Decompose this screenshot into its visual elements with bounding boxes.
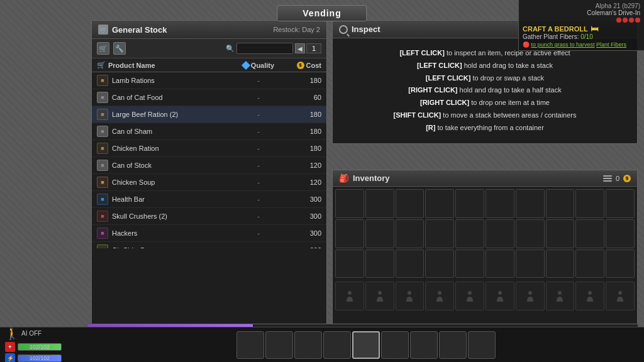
equipment-slot[interactable] [546,282,575,310]
inventory-slot[interactable] [425,219,454,248]
item-cost: 300 [284,246,321,248]
person-silhouette-icon [375,290,384,302]
item-row[interactable]: ■ Chicken Soup - 120 [92,174,326,191]
panel-toolbar: 🛒 🔧 🔍 ◀ 1 [92,39,326,58]
inventory-slot[interactable] [396,189,425,218]
item-row[interactable]: ■ Chicken Ration - 180 [92,140,326,157]
cost-coin-icon: $ [297,62,304,69]
item-row[interactable]: ■ Hackers - 300 [92,225,326,242]
hotbar-slot[interactable] [236,331,264,359]
hotbar-slot[interactable] [265,331,293,359]
inventory-slot[interactable] [606,219,635,248]
bottom-hotbar [88,331,644,359]
equipment-slot[interactable] [365,282,394,310]
svg-point-3 [438,291,441,295]
hotbar-slot[interactable] [381,331,409,359]
svg-point-9 [618,291,622,295]
item-quality: - [233,94,284,101]
equipment-slot[interactable] [425,282,454,310]
hotbar-slot[interactable] [468,331,496,359]
person-svg-icon [586,290,594,302]
hotbar-slot[interactable] [410,331,438,359]
inventory-slot[interactable] [486,219,514,248]
person-silhouette-icon [435,290,444,302]
inventory-slot[interactable] [335,219,364,248]
equipment-slot[interactable] [486,282,514,310]
sort-icon[interactable] [603,174,612,183]
person-silhouette-icon [465,290,474,302]
cart-toolbar-icon[interactable]: 🛒 [97,42,109,55]
general-stock-header: 🛒 General Stock Restock: Day 2 [92,21,326,39]
item-icon: ■ [97,126,108,137]
equipment-slot[interactable] [396,282,425,310]
item-row[interactable]: ■ Can of Stock - 120 [92,157,326,174]
qty-decrease-button[interactable]: ◀ [295,43,305,53]
col-cost: $ Cost [284,62,321,69]
item-row[interactable]: ■ Health Bar - 300 [92,191,326,208]
inventory-slot[interactable] [455,219,484,248]
equipment-slot[interactable] [455,282,484,310]
inventory-slot[interactable] [455,189,484,218]
hotbar-slot[interactable] [323,331,351,359]
inventory-slot[interactable] [425,250,454,278]
search-input[interactable] [236,43,293,54]
inventory-slot[interactable] [516,250,545,278]
item-row[interactable]: ■ Skull Crushers (2) - 300 [92,208,326,225]
inventory-slot[interactable] [365,250,394,278]
item-quality: - [233,77,284,84]
inventory-slot[interactable] [606,189,635,218]
craft-title: CRAFT A BEDROLL 🛏 [523,25,640,33]
top-right-hud: Alpha 21 (b297) Coleman's Drive-In CRAFT… [518,0,644,51]
item-quality: - [233,246,284,248]
inventory-slot[interactable] [575,219,604,248]
equipment-slot[interactable] [575,282,604,310]
equipment-slot[interactable] [335,282,364,310]
item-row[interactable]: ■ Large Beef Ration (2) - 180 [92,106,326,123]
equipment-slot[interactable] [516,282,545,310]
inventory-slot[interactable] [365,189,394,218]
item-row[interactable]: ■ Lamb Rations - 180 [92,72,326,89]
inventory-slot[interactable] [396,250,425,278]
inventory-slot[interactable] [335,250,364,278]
person-silhouette-icon [555,290,564,302]
svg-point-8 [588,291,592,295]
craft-sub: Gather Plant Fibers: 0/10 [523,33,640,40]
hotbar-slot[interactable] [352,331,380,359]
inventory-slot[interactable] [516,189,545,218]
item-name: Hackers [112,229,233,237]
inventory-slot[interactable] [425,189,454,218]
item-row[interactable]: ■ Can of Sham - 180 [92,123,326,140]
key-label: [SHIFT CLICK] [394,111,441,119]
inventory-slot[interactable] [575,189,604,218]
item-icon: ■ [97,92,108,103]
inventory-slot[interactable] [546,189,575,218]
item-quality: - [233,178,284,186]
item-quality: - [233,212,284,220]
item-quality: - [233,128,284,135]
inventory-slot[interactable] [335,189,364,218]
key-label: [RIGHT CLICK] [420,99,469,106]
currency-icon: $ [623,175,631,182]
inventory-slot[interactable] [546,250,575,278]
item-row[interactable]: ■ Oh Shitz Drops - 300 [92,242,326,248]
hotbar-slot[interactable] [294,331,322,359]
item-row[interactable]: ■ Can of Cat Food - 60 [92,89,326,106]
inventory-slot[interactable] [516,219,545,248]
vending-title: Vending [277,5,367,21]
item-cost: 180 [284,145,321,152]
hotbar-slot[interactable] [439,331,467,359]
wrench-toolbar-icon[interactable]: 🔧 [113,42,126,55]
item-name: Health Bar [112,195,233,203]
ai-status: 🚶 AI OFF [5,327,83,341]
inventory-slot[interactable] [606,250,635,278]
inventory-slot[interactable] [486,250,514,278]
equipment-slot[interactable] [606,282,635,310]
inventory-slot[interactable] [546,219,575,248]
equipment-grid [333,280,637,313]
quantity-control: ◀ 1 [295,43,321,53]
inventory-slot[interactable] [455,250,484,278]
inventory-slot[interactable] [575,250,604,278]
inventory-slot[interactable] [486,189,514,218]
inventory-slot[interactable] [365,219,394,248]
inventory-slot[interactable] [396,219,425,248]
